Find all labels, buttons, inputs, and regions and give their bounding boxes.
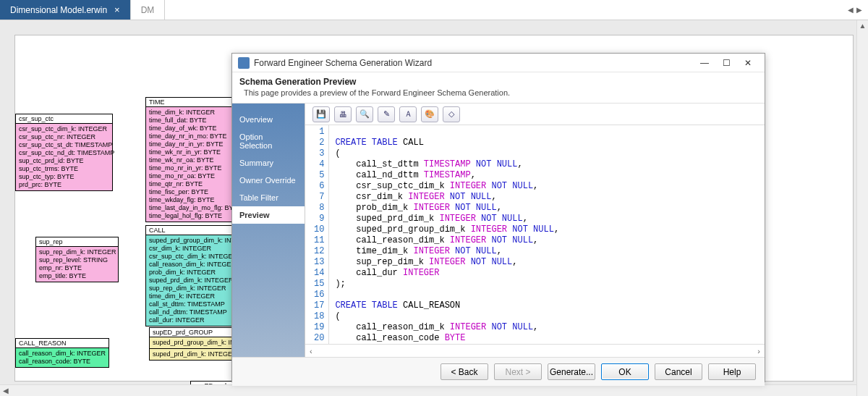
vertical-scrollbar[interactable]: ▲ (856, 20, 868, 396)
scroll-left-icon[interactable]: ◀ (0, 385, 12, 396)
entity-call-reason[interactable]: CALL_REASON call_reason_dim_k: INTEGERca… (15, 338, 109, 368)
generate-button[interactable]: Generate... (548, 363, 595, 380)
scroll-left-icon[interactable]: ‹ (310, 347, 312, 355)
entity-title: CALL_REASON (16, 339, 109, 347)
step-summary[interactable]: Summary (232, 154, 305, 172)
tab-label: DM (141, 5, 155, 15)
replace-icon[interactable]: ✎ (378, 106, 395, 122)
help-button[interactable]: Help (708, 363, 756, 380)
document-tab-bar: Dimensional Model.erwin × DM ◀ ▶ (0, 0, 868, 20)
print-icon[interactable]: 🖶 (334, 106, 352, 122)
entity-csr-sup-ctc[interactable]: csr_sup_ctc csr_sup_ctc_dim_k: INTEGERcs… (15, 114, 113, 191)
entity-body: sup_rep_dim_k: INTEGERsup_rep_level: STR… (36, 246, 118, 282)
horizontal-scrollbar[interactable]: ◀ (0, 384, 856, 396)
dialog-header: Schema Generation Preview This page prov… (232, 72, 765, 104)
sql-preview[interactable]: 123456789101112131415161718192021 CREATE… (305, 125, 765, 344)
header-title: Schema Generation Preview (239, 77, 757, 87)
schema-generation-wizard: Forward Engineer Schema Generation Wizar… (231, 53, 765, 382)
close-icon[interactable]: ✕ (737, 58, 759, 68)
line-gutter: 123456789101112131415161718192021 (305, 125, 329, 344)
entity-body: call_reason_dim_k: INTEGERcall_reason_co… (16, 347, 109, 367)
horizontal-scroll[interactable]: ‹ › (305, 344, 765, 357)
wizard-content: 💾🖶🔍✎Ａ🎨◇ 12345678910111213141516171819202… (305, 104, 765, 357)
step-preview[interactable]: Preview (232, 206, 305, 224)
colors-icon[interactable]: 🎨 (421, 106, 438, 122)
entity-title: csr_sup_ctc (16, 114, 112, 123)
back-button[interactable]: < Back (441, 363, 488, 380)
ok-button[interactable]: OK (601, 363, 649, 380)
save-icon[interactable]: 💾 (312, 106, 330, 122)
cancel-button[interactable]: Cancel (655, 363, 702, 380)
tab-dm[interactable]: DM (131, 0, 166, 20)
tab-scroll-controls: ◀ ▶ (842, 0, 868, 20)
step-owner-override[interactable]: Owner Override (232, 172, 305, 189)
minimize-icon[interactable]: — (694, 58, 715, 68)
dialog-footer: < Back Next > Generate... OK Cancel Help (232, 357, 765, 386)
scroll-right-icon[interactable]: › (757, 347, 760, 355)
tab-label: Dimensional Model.erwin (10, 5, 107, 15)
preview-toolbar: 💾🖶🔍✎Ａ🎨◇ (305, 104, 765, 125)
entity-sup-rep[interactable]: sup_rep sup_rep_dim_k: INTEGERsup_rep_le… (35, 237, 119, 282)
step-overview[interactable]: Overview (232, 111, 305, 128)
step-table-filter[interactable]: Table Filter (232, 189, 305, 206)
dialog-titlebar[interactable]: Forward Engineer Schema Generation Wizar… (232, 54, 765, 72)
dialog-body: OverviewOption SelectionSummaryOwner Ove… (232, 104, 765, 357)
entity-title: sup_rep (36, 237, 118, 246)
next-button: Next > (494, 363, 542, 380)
expand-icon[interactable]: ◇ (443, 106, 460, 122)
code-body: CREATE TABLE CALL( call_st_dttm TIMESTAM… (329, 125, 565, 344)
maximize-icon[interactable]: ☐ (715, 58, 737, 68)
find-icon[interactable]: 🔍 (356, 106, 373, 122)
app-icon (238, 57, 250, 69)
chevron-right-icon[interactable]: ▶ (856, 6, 862, 14)
font-icon[interactable]: Ａ (399, 106, 417, 122)
wizard-steps: OverviewOption SelectionSummaryOwner Ove… (232, 104, 305, 357)
entity-body: csr_sup_ctc_dim_k: INTEGERcsr_sup_ctc_nr… (16, 123, 112, 190)
chevron-left-icon[interactable]: ◀ (848, 6, 854, 14)
close-icon[interactable]: × (114, 4, 120, 15)
scroll-up-icon[interactable]: ▲ (857, 20, 868, 32)
step-option-selection[interactable]: Option Selection (232, 128, 305, 154)
dialog-title: Forward Engineer Schema Generation Wizar… (254, 58, 694, 68)
header-subtitle: This page provides a preview of the Forw… (239, 88, 757, 97)
tab-dimensional-model[interactable]: Dimensional Model.erwin × (0, 0, 131, 20)
